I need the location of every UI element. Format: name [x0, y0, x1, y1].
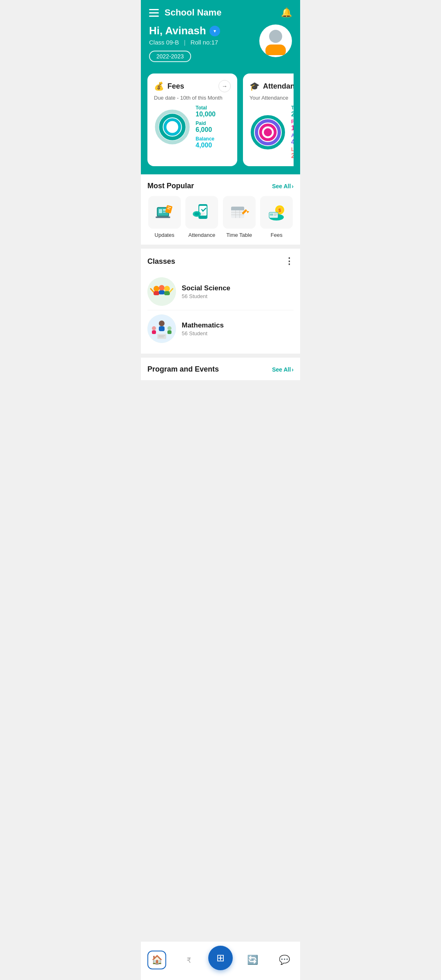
- att-leave-value: 2: [291, 152, 294, 160]
- svg-point-22: [194, 212, 199, 216]
- svg-rect-57: [167, 330, 172, 334]
- popular-grid: Updates: [147, 196, 294, 238]
- svg-point-54: [152, 326, 156, 330]
- popular-item-timetable[interactable]: Time Table: [222, 196, 256, 238]
- svg-point-43: [154, 286, 159, 292]
- fees-total-value: 10,000: [196, 111, 216, 118]
- updates-icon: [148, 196, 181, 229]
- popular-timetable-label: Time Table: [226, 232, 252, 238]
- mathematics-thumb: [147, 314, 176, 343]
- svg-rect-58: [157, 334, 166, 339]
- user-class-roll: Class 09-B | Roll no:17: [149, 39, 220, 46]
- program-events-section: Program and Events See All ›: [141, 358, 300, 380]
- att-absent-label: Absent: [291, 133, 294, 138]
- svg-rect-53: [159, 326, 165, 331]
- program-events-title: Program and Events: [147, 365, 219, 374]
- social-science-thumb: [147, 277, 176, 306]
- year-badge: 2022-2023: [149, 51, 191, 62]
- svg-rect-23: [201, 213, 205, 214]
- svg-rect-15: [156, 216, 170, 218]
- att-present-label: Present: [291, 119, 294, 125]
- svg-rect-46: [159, 290, 165, 294]
- classes-section: Classes ⋮ Socia: [141, 249, 300, 354]
- svg-point-8: [264, 128, 272, 136]
- svg-rect-24: [201, 214, 204, 215]
- most-popular-title: Most Popular: [147, 182, 194, 190]
- program-events-see-all[interactable]: See All ›: [272, 366, 294, 373]
- fees-paid-value: 6,000: [196, 126, 216, 134]
- fees-balance-value: 4,000: [196, 142, 216, 149]
- most-popular-see-all[interactable]: See All ›: [272, 183, 294, 189]
- class-item-social-science[interactable]: Social Science 56 Student: [147, 273, 294, 310]
- popular-updates-label: Updates: [155, 232, 174, 238]
- popular-attendance-label: Attendance: [188, 232, 215, 238]
- fees-icon: $: [260, 196, 293, 229]
- classes-more-options[interactable]: ⋮: [285, 256, 294, 267]
- svg-point-4: [165, 120, 180, 134]
- mathematics-students: 56 Student: [182, 330, 224, 336]
- cards-scroll-area: 💰 Fees → Due date - 10th of this Month: [147, 74, 294, 174]
- att-leave-label: Leave: [291, 147, 294, 152]
- svg-rect-55: [152, 330, 156, 334]
- attendance-stats: Total 20 Present 14 Absent 4 Leave: [291, 105, 294, 160]
- fees-card: 💰 Fees → Due date - 10th of this Month: [147, 74, 237, 166]
- att-absent-value: 4: [291, 138, 294, 146]
- att-total-value: 20: [291, 111, 294, 118]
- popular-fees-label: Fees: [271, 232, 283, 238]
- svg-rect-1: [265, 45, 286, 55]
- class-item-mathematics[interactable]: Mathematics 56 Student: [147, 310, 294, 347]
- svg-rect-11: [159, 209, 162, 213]
- att-present-value: 14: [291, 125, 294, 132]
- user-dropdown-icon[interactable]: ▾: [209, 26, 220, 36]
- classes-title: Classes: [147, 257, 175, 266]
- fees-stats: Total 10,000 Paid 6,000 Balance 4,000: [196, 105, 216, 149]
- svg-rect-27: [231, 209, 244, 210]
- svg-rect-44: [154, 291, 159, 295]
- svg-point-45: [159, 285, 165, 291]
- fees-card-title: Fees: [167, 82, 184, 91]
- fees-card-arrow[interactable]: →: [218, 80, 231, 92]
- fees-paid-label: Paid: [196, 120, 216, 126]
- svg-rect-39: [270, 214, 273, 216]
- svg-rect-48: [164, 291, 170, 295]
- svg-point-47: [164, 286, 170, 292]
- fees-card-subtitle: Due date - 10th of this Month: [154, 95, 231, 101]
- avatar: [259, 24, 292, 57]
- social-science-name: Social Science: [182, 284, 230, 292]
- attendance-card-title: Attendance: [263, 82, 294, 91]
- fees-donut-chart: [154, 109, 191, 145]
- hamburger-menu[interactable]: [149, 9, 159, 17]
- attendance-donut-chart: [249, 114, 286, 151]
- mathematics-name: Mathematics: [182, 321, 224, 330]
- social-science-students: 56 Student: [182, 293, 230, 299]
- attendance-card-subtitle: Your Attendance: [249, 95, 294, 101]
- popular-item-fees[interactable]: $ Fees: [260, 196, 294, 238]
- notification-bell-icon[interactable]: 🔔: [281, 7, 292, 18]
- svg-point-0: [269, 30, 282, 43]
- popular-item-attendance[interactable]: Attendance: [185, 196, 219, 238]
- most-popular-section: Most Popular See All ›: [141, 174, 300, 245]
- popular-item-updates[interactable]: Updates: [147, 196, 182, 238]
- svg-text:$: $: [278, 208, 281, 213]
- svg-rect-16: [165, 205, 172, 214]
- fees-balance-label: Balance: [196, 136, 216, 142]
- att-total-label: Total: [291, 105, 294, 111]
- attendance-icon: [185, 196, 218, 229]
- greeting-text: Hi, Avinash: [149, 24, 206, 37]
- attendance-card: 🎓 Attendance → Your Attendance: [243, 74, 294, 166]
- school-name: School Name: [165, 7, 221, 18]
- svg-point-52: [159, 321, 165, 326]
- timetable-icon: [223, 196, 256, 229]
- fees-total-label: Total: [196, 105, 216, 111]
- svg-point-56: [167, 326, 172, 330]
